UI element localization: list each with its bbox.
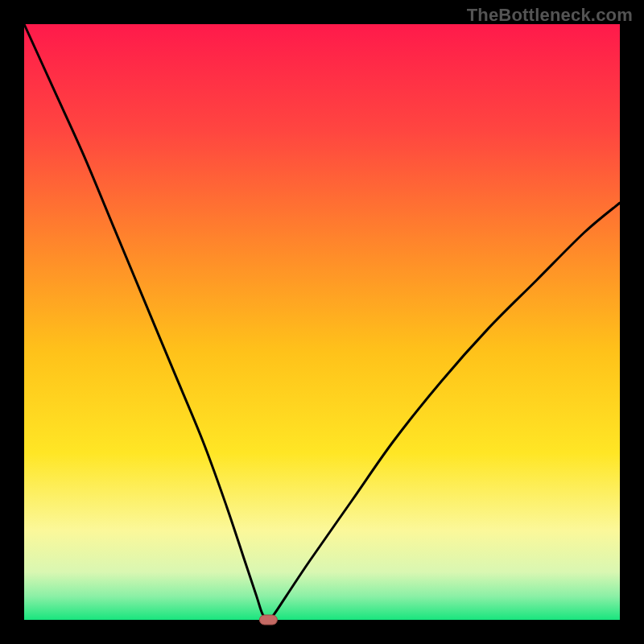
plot-background <box>24 24 620 620</box>
bottleneck-chart <box>0 0 644 644</box>
minimum-marker <box>259 615 277 625</box>
chart-frame: TheBottleneck.com <box>0 0 644 644</box>
watermark-text: TheBottleneck.com <box>467 5 633 26</box>
